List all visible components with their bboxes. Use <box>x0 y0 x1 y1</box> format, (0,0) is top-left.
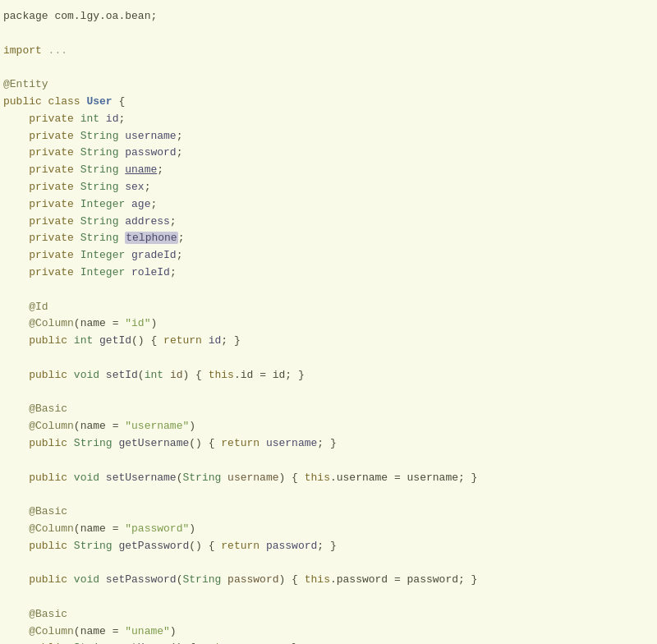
line-content: private String address; <box>0 214 654 231</box>
line-content <box>0 350 654 367</box>
code-token: this <box>305 472 330 484</box>
code-token: @Column <box>3 522 74 535</box>
code-token <box>3 369 29 381</box>
code-token <box>3 540 29 552</box>
line-content: import ... <box>0 43 654 60</box>
code-line <box>0 59 657 76</box>
code-line: public String getUname() { return uname;… <box>0 640 657 644</box>
code-token: () { <box>189 540 221 552</box>
code-token: ) { <box>279 573 305 586</box>
line-content: private Integer age; <box>0 196 654 214</box>
code-line <box>0 384 657 402</box>
code-token <box>3 249 29 261</box>
code-token: gradeId <box>131 249 177 261</box>
code-token: ; <box>118 113 125 125</box>
code-line: public class User { <box>0 94 657 111</box>
code-token: String <box>74 437 119 449</box>
code-token: address <box>125 215 170 228</box>
line-content: @Column(name = "username") <box>0 418 654 435</box>
code-token: public <box>29 437 74 449</box>
code-token: private <box>29 215 80 228</box>
line-content: public String getUname() { return uname;… <box>0 640 654 644</box>
line-content: public class User { <box>0 94 654 111</box>
code-token: setId <box>106 369 138 381</box>
code-line <box>0 486 657 504</box>
code-token: int <box>80 113 106 125</box>
code-token: ) <box>170 625 177 637</box>
code-line: package com.lgy.oa.bean; <box>0 8 657 25</box>
line-content <box>0 59 654 76</box>
code-token: ; <box>170 266 177 278</box>
code-token: getId <box>99 334 131 347</box>
code-token: ; <box>178 232 185 244</box>
code-token: private <box>29 232 80 244</box>
code-line: private String uname; <box>0 162 657 179</box>
code-token: void <box>74 369 106 381</box>
code-token: public <box>29 334 74 347</box>
code-token: private <box>29 163 80 176</box>
line-content <box>0 25 654 43</box>
code-token: setUsername <box>106 472 177 484</box>
code-line: private String username; <box>0 128 657 145</box>
code-token: private <box>29 130 80 142</box>
code-token: void <box>74 573 106 586</box>
code-line: @Entity <box>0 76 657 94</box>
code-token: @Column <box>3 317 74 329</box>
code-token: password <box>266 540 317 552</box>
code-line: @Basic <box>0 504 657 521</box>
code-line: public int getId() { return id; } <box>0 333 657 350</box>
line-content <box>0 486 654 504</box>
code-token: private <box>29 266 80 278</box>
code-token <box>3 130 29 142</box>
code-token: Integer <box>80 249 131 261</box>
code-token: return <box>221 540 266 552</box>
code-token: ) { <box>183 369 209 381</box>
code-line: @Column(name = "username") <box>0 418 657 435</box>
code-token: username <box>125 130 176 142</box>
code-token: getPassword <box>118 540 189 552</box>
code-line: @Column(name = "id") <box>0 315 657 333</box>
code-token: private <box>29 249 80 261</box>
code-line: private String telphone; <box>0 230 657 247</box>
code-token: String <box>80 181 126 193</box>
code-token: return <box>221 437 266 449</box>
code-token: void <box>74 472 106 484</box>
code-line: @Column(name = "password") <box>0 521 657 538</box>
line-content: @Basic <box>0 401 654 418</box>
code-token: telphone <box>125 232 177 244</box>
code-line: public void setUsername(String username)… <box>0 470 657 487</box>
line-content: private int id; <box>0 111 654 128</box>
code-token: (name = <box>74 420 125 432</box>
line-content: public int getId() { return id; } <box>0 333 654 350</box>
code-token: ; <box>177 146 183 159</box>
line-content <box>0 589 654 606</box>
code-token: public <box>29 472 74 484</box>
code-token: ... <box>48 44 67 57</box>
code-token: { <box>113 95 126 108</box>
code-line: private String password; <box>0 145 657 162</box>
line-content: @Column(name = "password") <box>0 521 654 538</box>
code-line: private Integer gradeId; <box>0 247 657 264</box>
code-token: uname <box>125 163 157 176</box>
code-token: @Basic <box>3 402 67 415</box>
code-token: String <box>80 130 126 142</box>
code-token: public <box>29 573 74 586</box>
code-token <box>3 146 29 159</box>
code-token: String <box>80 146 126 159</box>
code-token: id <box>209 334 222 347</box>
code-line <box>0 555 657 573</box>
code-token: () { <box>131 334 163 347</box>
code-line: @Basic <box>0 606 657 623</box>
code-token: ; <box>177 130 183 142</box>
code-token: Integer <box>80 198 131 210</box>
code-line <box>0 453 657 470</box>
code-token: @Entity <box>3 78 48 90</box>
code-token: "username" <box>125 420 189 432</box>
code-line: @Column(name = "uname") <box>0 623 657 641</box>
code-token <box>3 113 29 125</box>
code-token: ( <box>138 369 145 381</box>
code-token: @Basic <box>3 608 67 620</box>
code-token: String <box>80 163 126 176</box>
code-line: public void setPassword(String password)… <box>0 572 657 589</box>
code-token: .password = password; } <box>330 573 477 586</box>
